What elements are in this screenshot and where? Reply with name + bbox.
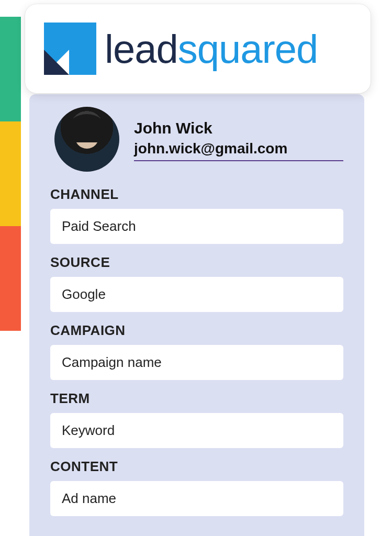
field-campaign-input[interactable] (50, 345, 343, 380)
field-source-label: SOURCE (50, 254, 343, 271)
field-term-input[interactable] (50, 413, 343, 448)
leadsquared-logo-icon (44, 23, 96, 75)
profile-row: John Wick john.wick@gmail.com (50, 107, 343, 172)
logo-text-squared: squared (178, 26, 318, 72)
logo-text-lead: lead (105, 26, 178, 72)
field-term-label: TERM (50, 390, 343, 407)
tab-green[interactable] (0, 17, 21, 121)
profile-name: John Wick (134, 119, 343, 137)
field-channel-input[interactable] (50, 209, 343, 244)
logo-card: leadsquared (25, 4, 371, 93)
field-channel: CHANNEL (50, 186, 343, 244)
field-content: CONTENT (50, 459, 343, 516)
avatar (54, 107, 119, 172)
profile-email: john.wick@gmail.com (134, 140, 343, 161)
field-source: SOURCE (50, 254, 343, 312)
field-source-input[interactable] (50, 277, 343, 312)
field-content-input[interactable] (50, 481, 343, 516)
sidebar-tabs (0, 17, 21, 331)
field-campaign: CAMPAIGN (50, 322, 343, 380)
tab-red[interactable] (0, 226, 21, 331)
profile-info: John Wick john.wick@gmail.com (134, 117, 343, 161)
field-content-label: CONTENT (50, 459, 343, 475)
field-term: TERM (50, 390, 343, 448)
leadsquared-logo-text: leadsquared (105, 26, 318, 72)
field-channel-label: CHANNEL (50, 186, 343, 203)
field-campaign-label: CAMPAIGN (50, 322, 343, 339)
tab-yellow[interactable] (0, 121, 21, 226)
lead-card: John Wick john.wick@gmail.com CHANNEL SO… (29, 94, 364, 536)
